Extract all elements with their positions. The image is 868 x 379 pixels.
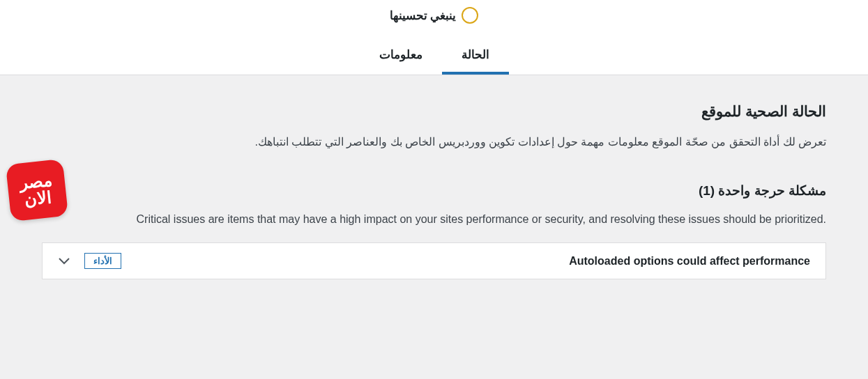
issue-left-group: الأداء xyxy=(58,253,121,269)
critical-issues-title: مشكلة حرجة واحدة (1) xyxy=(42,183,826,199)
site-logo-badge: مصر الان xyxy=(6,159,68,222)
tabs-nav: الحالة معلومات xyxy=(0,38,868,75)
site-health-description: تعرض لك أداة التحقق من صحّة الموقع معلوم… xyxy=(42,132,826,151)
logo-line-2: الان xyxy=(24,189,52,208)
chevron-down-icon xyxy=(58,255,70,268)
issue-category-badge: الأداء xyxy=(84,253,121,269)
issue-row[interactable]: الأداء Autoloaded options could affect p… xyxy=(42,242,826,279)
site-health-title: الحالة الصحية للموقع xyxy=(42,103,826,120)
status-indicator: ينبغي تحسينها xyxy=(0,7,868,24)
critical-issues-description: Critical issues are items that may have … xyxy=(42,210,826,229)
tab-info[interactable]: معلومات xyxy=(360,38,442,75)
issue-title: Autoloaded options could affect performa… xyxy=(569,255,810,268)
status-circle-icon xyxy=(462,7,478,24)
status-header: ينبغي تحسينها الحالة معلومات xyxy=(0,0,868,75)
tab-status[interactable]: الحالة xyxy=(442,38,509,75)
main-content: الحالة الصحية للموقع تعرض لك أداة التحقق… xyxy=(0,75,868,293)
status-label: ينبغي تحسينها xyxy=(390,8,457,23)
